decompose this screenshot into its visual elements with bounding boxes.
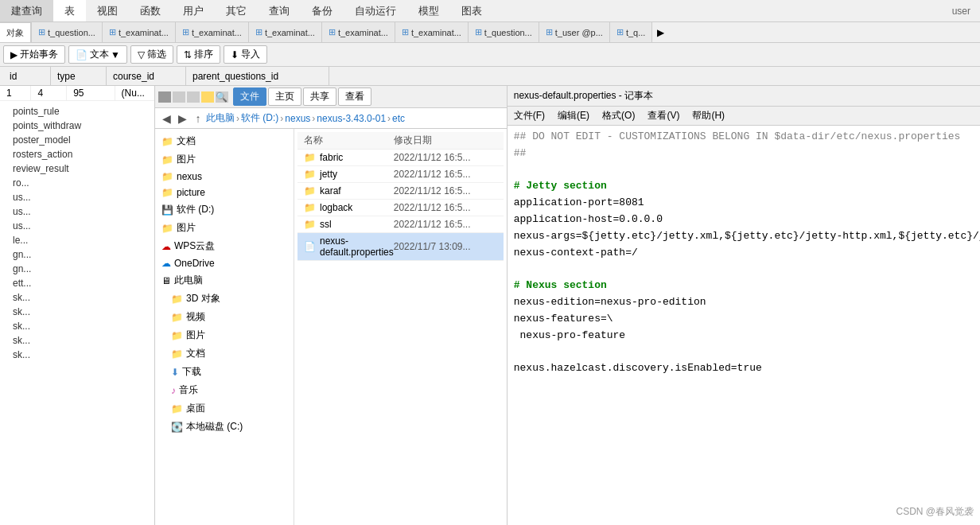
fe-nav-music[interactable]: ♪ 音乐 xyxy=(155,381,294,399)
tab-t-examinat-5[interactable]: ⊞ t_examinat... xyxy=(395,22,469,42)
fe-item-fabric[interactable]: 📁 fabric 2022/11/12 16:5... xyxy=(298,150,504,166)
sidebar-item-gn1[interactable]: gn... xyxy=(0,247,154,262)
menu-function[interactable]: 函数 xyxy=(129,0,172,21)
data-row[interactable]: 1 4 95 (Nu... xyxy=(0,86,154,101)
import-btn[interactable]: ⬇ 导入 xyxy=(224,45,267,64)
start-transaction-btn[interactable]: ▶ 开始事务 xyxy=(3,45,65,64)
sidebar-item-rosters-action[interactable]: rosters_action xyxy=(0,147,154,161)
db-menu-bar: 建查询 表 视图 函数 用户 其它 查询 备份 自动运行 模型 图表 user xyxy=(0,0,980,22)
fe-nav-picture[interactable]: 📁 picture xyxy=(155,185,294,200)
sidebar-item-us2[interactable]: us... xyxy=(0,204,154,219)
tab-t-examinat-2[interactable]: ⊞ t_examinat... xyxy=(176,22,249,42)
folder-icon-pic2: 📁 xyxy=(161,223,173,234)
tab-t-question-1[interactable]: ⊞ t_question... xyxy=(32,22,103,42)
sidebar-item-sk3[interactable]: sk... xyxy=(0,319,154,333)
fe-nav-documents[interactable]: 📁 文档 xyxy=(155,132,294,150)
sidebar-item-poster-model[interactable]: poster_model xyxy=(0,133,154,147)
tab-t-examinat-1[interactable]: ⊞ t_examinat... xyxy=(103,22,176,42)
notepad-menu-format[interactable]: 格式(O) xyxy=(596,107,641,125)
fe-item-nexus-default[interactable]: 📄 nexus-default.properties 2022/11/7 13:… xyxy=(298,233,504,261)
sidebar-item-sk4[interactable]: sk... xyxy=(0,333,154,348)
sidebar-item-points-withdraw[interactable]: points_withdraw xyxy=(0,119,154,133)
notepad-menu-help[interactable]: 帮助(H) xyxy=(686,107,731,125)
sidebar-item-sk1[interactable]: sk... xyxy=(0,290,154,305)
tab-t-examinat-4[interactable]: ⊞ t_examinat... xyxy=(322,22,395,42)
fe-nav-wps[interactable]: ☁ WPS云盘 xyxy=(155,237,294,255)
tab-t-q[interactable]: ⊞ t_q... xyxy=(610,22,652,42)
folder-icon-logback: 📁 xyxy=(304,202,316,213)
fe-nav-drive-d[interactable]: 💾 软件 (D:) xyxy=(155,200,294,219)
menu-other[interactable]: 其它 xyxy=(215,0,258,21)
menu-chart[interactable]: 图表 xyxy=(450,0,493,21)
fe-back-btn[interactable]: ◀ xyxy=(158,111,174,126)
fe-item-ssl[interactable]: 📁 ssl 2022/11/12 16:5... xyxy=(298,216,504,233)
menu-autorun[interactable]: 自动运行 xyxy=(344,0,407,21)
column-headers: id type course_id parent_questions_id xyxy=(0,67,980,86)
fe-path-pc[interactable]: 此电脑 xyxy=(206,111,235,125)
fe-path-d[interactable]: 软件 (D:) xyxy=(241,111,278,125)
fe-up-icon[interactable] xyxy=(187,91,200,103)
fe-tab-file[interactable]: 文件 xyxy=(233,88,266,106)
menu-table[interactable]: 表 xyxy=(53,0,86,21)
notepad-menu-edit[interactable]: 编辑(E) xyxy=(551,107,596,125)
tab-t-user[interactable]: ⊞ t_user @p... xyxy=(539,22,610,42)
sidebar-item-sk2[interactable]: sk... xyxy=(0,305,154,319)
sidebar-item-review-result[interactable]: review_result xyxy=(0,161,154,176)
fe-path-nexus-version[interactable]: nexus-3.43.0-01 xyxy=(317,113,386,124)
fe-nav-pictures2[interactable]: 📁 图片 xyxy=(155,219,294,237)
menu-model[interactable]: 模型 xyxy=(407,0,450,21)
text-btn[interactable]: 📄 文本 ▼ xyxy=(68,45,127,64)
fe-item-date-fabric: 2022/11/12 16:5... xyxy=(394,152,497,163)
sort-btn[interactable]: ⇅ 排序 xyxy=(177,45,220,64)
fe-folder-icon[interactable] xyxy=(201,91,214,103)
tab-t-question-2[interactable]: ⊞ t_question... xyxy=(469,22,539,42)
fe-forward-icon[interactable] xyxy=(173,91,185,103)
sidebar-item-us1[interactable]: us... xyxy=(0,190,154,204)
fe-nav-this-pc[interactable]: 🖥 此电脑 xyxy=(155,271,294,290)
fe-nav-drive-c[interactable]: 💽 本地磁盘 (C:) xyxy=(155,418,294,436)
fe-up-btn[interactable]: ↑ xyxy=(190,111,206,126)
folder-icon-picture: 📁 xyxy=(161,187,173,198)
sidebar-item-le[interactable]: le... xyxy=(0,233,154,247)
fe-item-logback[interactable]: 📁 logback 2022/11/12 16:5... xyxy=(298,200,504,216)
fe-nav-video[interactable]: 📁 视频 xyxy=(155,308,294,326)
fe-search-icon[interactable]: 🔍 xyxy=(216,91,228,103)
sidebar-item-gn2[interactable]: gn... xyxy=(0,262,154,276)
menu-build-query[interactable]: 建查询 xyxy=(0,0,53,21)
fe-path-nexus[interactable]: nexus xyxy=(285,113,310,124)
tab-object[interactable]: 对象 xyxy=(0,22,31,42)
fe-nav-nexus[interactable]: 📁 nexus xyxy=(155,169,294,185)
fe-nav-onedrive[interactable]: ☁ OneDrive xyxy=(155,255,294,271)
fe-nav-desktop[interactable]: 📁 桌面 xyxy=(155,399,294,418)
fe-nav-photo[interactable]: 📁 图片 xyxy=(155,326,294,344)
fe-tab-home[interactable]: 主页 xyxy=(268,88,301,106)
fe-nav-doc[interactable]: 📁 文档 xyxy=(155,344,294,363)
sidebar-item-sk5[interactable]: sk... xyxy=(0,348,154,362)
notepad-menu-view[interactable]: 查看(V) xyxy=(641,107,686,125)
tab-more-btn[interactable]: ▶ xyxy=(652,27,668,38)
fe-back-icon[interactable] xyxy=(158,91,171,103)
fe-nav-download[interactable]: ⬇ 下载 xyxy=(155,363,294,381)
fe-item-jetty[interactable]: 📁 jetty 2022/11/12 16:5... xyxy=(298,166,504,183)
fe-nav-3d[interactable]: 📁 3D 对象 xyxy=(155,290,294,308)
fe-forward-btn[interactable]: ▶ xyxy=(174,111,190,126)
menu-user[interactable]: 用户 xyxy=(172,0,215,21)
menu-query[interactable]: 查询 xyxy=(258,0,301,21)
notepad-menu-file[interactable]: 文件(F) xyxy=(508,107,551,125)
fe-nav-pictures[interactable]: 📁 图片 xyxy=(155,150,294,169)
fe-item-karaf[interactable]: 📁 karaf 2022/11/12 16:5... xyxy=(298,183,504,200)
notepad-content[interactable]: ## DO NOT EDIT - CUSTOMIZATIONS BELONG I… xyxy=(508,126,980,525)
menu-view[interactable]: 视图 xyxy=(86,0,129,21)
cell-course-id: 95 xyxy=(67,86,115,100)
menu-backup[interactable]: 备份 xyxy=(301,0,344,21)
tab-t-examinat-3[interactable]: ⊞ t_examinat... xyxy=(249,22,322,42)
sidebar-item-ett[interactable]: ett... xyxy=(0,276,154,290)
fe-path-bar: ◀ ▶ ↑ 此电脑 › 软件 (D:) › nexus › nexus-3.43… xyxy=(155,108,507,129)
fe-tab-view[interactable]: 查看 xyxy=(338,88,371,106)
sidebar-item-us3[interactable]: us... xyxy=(0,219,154,233)
filter-btn[interactable]: ▽ 筛选 xyxy=(130,45,173,64)
sidebar-item-points-rule[interactable]: points_rule xyxy=(0,104,154,119)
sidebar-item-ro[interactable]: ro... xyxy=(0,176,154,190)
fe-path-etc[interactable]: etc xyxy=(392,113,405,124)
fe-tab-share[interactable]: 共享 xyxy=(303,88,336,106)
